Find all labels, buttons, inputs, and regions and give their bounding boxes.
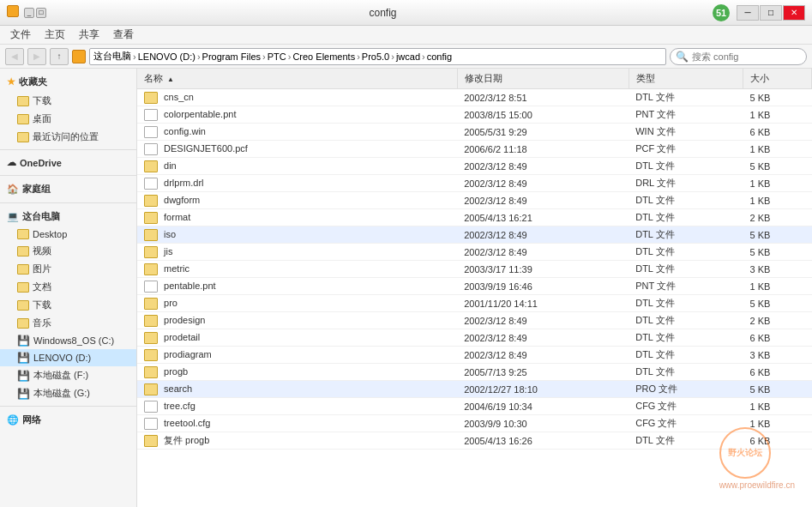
restore-button[interactable]: □ — [36, 8, 46, 18]
homegroup-header[interactable]: 🏠 家庭组 — [0, 179, 136, 199]
table-row[interactable]: prodiagram 2002/3/12 8:49 DTL 文件 3 KB — [137, 347, 812, 364]
thispc-label: 这台电脑 — [22, 210, 60, 223]
up-button[interactable]: ↑ — [50, 48, 69, 65]
network-label: 网络 — [22, 413, 41, 426]
sidebar-item-pictures[interactable]: 图片 — [0, 260, 136, 278]
file-icon — [144, 109, 158, 121]
table-row[interactable]: dwgform 2002/3/12 8:49 DTL 文件 1 KB — [137, 192, 812, 209]
menu-home[interactable]: 主页 — [38, 26, 72, 44]
file-type-cell: CFG 文件 — [629, 398, 743, 415]
table-row[interactable]: colorpentable.pnt 2003/8/15 15:00 PNT 文件… — [137, 106, 812, 124]
file-icon — [144, 92, 158, 104]
sidebar-item-downloads2[interactable]: 下载 — [0, 296, 136, 314]
table-row[interactable]: config.win 2005/5/31 9:29 WIN 文件 6 KB — [137, 124, 812, 141]
file-modified-cell: 2002/3/12 8:49 — [457, 192, 629, 209]
minimize-ctrl[interactable]: ─ — [737, 5, 759, 21]
file-name-cell: format — [137, 209, 457, 226]
sidebar-item-label: Desktop — [33, 229, 67, 239]
file-name: metric — [164, 264, 189, 275]
file-name-cell: cns_cn — [137, 89, 457, 106]
sidebar-item-music[interactable]: 音乐 — [0, 314, 136, 332]
thispc-header[interactable]: 💻 这台电脑 — [0, 207, 136, 226]
file-type-cell: DTL 文件 — [629, 295, 743, 312]
table-row[interactable]: metric 2003/3/17 11:39 DTL 文件 3 KB — [137, 261, 812, 278]
file-size-cell: 3 KB — [743, 347, 812, 364]
table-row[interactable]: din 2002/3/12 8:49 DTL 文件 5 KB — [137, 158, 812, 175]
table-row[interactable]: pro 2001/11/20 14:11 DTL 文件 5 KB — [137, 295, 812, 312]
table-row[interactable]: jis 2002/3/12 8:49 DTL 文件 5 KB — [137, 244, 812, 261]
table-row[interactable]: iso 2002/3/12 8:49 DTL 文件 5 KB — [137, 226, 812, 244]
network-header[interactable]: 🌐 网络 — [0, 410, 136, 430]
sidebar-item-drive-g[interactable]: 💾 本地磁盘 (G:) — [0, 384, 136, 402]
file-name: pentable.pnt — [164, 281, 216, 292]
close-ctrl[interactable]: ✕ — [783, 5, 805, 21]
table-row[interactable]: prodesign 2002/3/12 8:49 DTL 文件 2 KB — [137, 312, 812, 329]
table-row[interactable]: DESIGNJET600.pcf 2006/6/2 11:18 PCF 文件 1… — [137, 141, 812, 158]
sidebar-item-recent[interactable]: 最近访问的位置 — [0, 128, 136, 146]
file-name-cell: 复件 progb — [137, 432, 457, 450]
table-row[interactable]: pentable.pnt 2003/9/19 16:46 PNT 文件 1 KB — [137, 278, 812, 295]
menu-file[interactable]: 文件 — [3, 26, 38, 44]
file-name-cell: DESIGNJET600.pcf — [137, 141, 457, 158]
sidebar-item-video[interactable]: 视频 — [0, 242, 136, 260]
table-row[interactable]: format 2005/4/13 16:21 DTL 文件 2 KB — [137, 209, 812, 226]
file-type-cell: PNT 文件 — [629, 106, 743, 124]
col-size[interactable]: 大小 — [743, 69, 812, 89]
sidebar-item-desktop2[interactable]: Desktop — [0, 226, 136, 242]
sidebar-item-drive-d[interactable]: 💾 LENOVO (D:) — [0, 349, 136, 366]
menu-share[interactable]: 共享 — [72, 26, 106, 44]
menu-view[interactable]: 查看 — [106, 26, 141, 44]
onedrive-header[interactable]: ☁ OneDrive — [0, 154, 136, 172]
search-input[interactable] — [692, 51, 778, 62]
sidebar-item-drive-c[interactable]: 💾 Windows8_OS (C:) — [0, 332, 136, 349]
table-row[interactable]: treetool.cfg 2003/9/9 10:30 CFG 文件 1 KB — [137, 415, 812, 432]
addr-part-pro5: Pro5.0 — [362, 51, 389, 62]
table-row[interactable]: prodetail 2002/3/12 8:49 DTL 文件 6 KB — [137, 329, 812, 347]
minimize-button[interactable]: _ — [24, 8, 34, 18]
table-row[interactable]: search 2002/12/27 18:10 PRO 文件 5 KB — [137, 381, 812, 398]
sidebar-item-documents[interactable]: 文档 — [0, 278, 136, 296]
addr-part-programfiles: Program Files — [202, 51, 261, 62]
sidebar-item-label: 本地磁盘 (F:) — [33, 369, 88, 382]
table-row[interactable]: drlprm.drl 2002/3/12 8:49 DRL 文件 1 KB — [137, 175, 812, 192]
table-row[interactable]: cns_cn 2002/3/12 8:51 DTL 文件 5 KB — [137, 89, 812, 106]
addr-part-thispc: 这台电脑 — [93, 50, 131, 63]
col-size-label: 大小 — [750, 73, 769, 83]
back-button[interactable]: ◀ — [5, 48, 24, 65]
search-box[interactable]: 🔍 — [670, 48, 807, 65]
title-bar-icon — [7, 5, 19, 20]
folder-icon — [17, 246, 29, 257]
file-type-cell: DTL 文件 — [629, 261, 743, 278]
maximize-ctrl[interactable]: □ — [760, 5, 782, 21]
file-name-cell: prodiagram — [137, 347, 457, 364]
file-modified-cell: 2001/11/20 14:11 — [457, 295, 629, 312]
forward-button[interactable]: ▶ — [27, 48, 46, 65]
file-size-cell: 1 KB — [743, 175, 812, 192]
col-type[interactable]: 类型 — [629, 69, 743, 89]
addr-part-config: config — [427, 51, 452, 62]
sidebar-item-drive-f[interactable]: 💾 本地磁盘 (F:) — [0, 366, 136, 384]
sidebar-item-desktop[interactable]: 桌面 — [0, 110, 136, 128]
folder-icon — [17, 282, 29, 293]
divider — [0, 175, 136, 176]
sort-arrow-icon: ▲ — [167, 75, 174, 83]
file-type-cell: DTL 文件 — [629, 244, 743, 261]
file-name-cell: jis — [137, 244, 457, 261]
file-type-cell: DRL 文件 — [629, 175, 743, 192]
address-bar[interactable]: 这台电脑 › LENOVO (D:) › Program Files › PTC… — [89, 48, 666, 65]
favorites-header[interactable]: ★ 收藏夹 — [0, 72, 136, 92]
col-name[interactable]: 名称 ▲ — [137, 69, 457, 89]
table-row[interactable]: tree.cfg 2004/6/19 10:34 CFG 文件 1 KB — [137, 398, 812, 415]
table-row[interactable]: 复件 progb 2005/4/13 16:26 DTL 文件 6 KB — [137, 432, 812, 450]
sidebar-item-downloads[interactable]: 下载 — [0, 92, 136, 110]
file-name-cell: iso — [137, 226, 457, 244]
col-modified[interactable]: 修改日期 — [457, 69, 629, 89]
sidebar-item-label: 音乐 — [33, 317, 51, 329]
file-modified-cell: 2003/9/9 10:30 — [457, 415, 629, 432]
file-modified-cell: 2005/5/31 9:29 — [457, 124, 629, 141]
file-type-cell: DTL 文件 — [629, 347, 743, 364]
file-modified-cell: 2003/9/19 16:46 — [457, 278, 629, 295]
file-modified-cell: 2005/7/13 9:25 — [457, 364, 629, 381]
onedrive-section: ☁ OneDrive — [0, 154, 136, 172]
table-row[interactable]: progb 2005/7/13 9:25 DTL 文件 6 KB — [137, 364, 812, 381]
